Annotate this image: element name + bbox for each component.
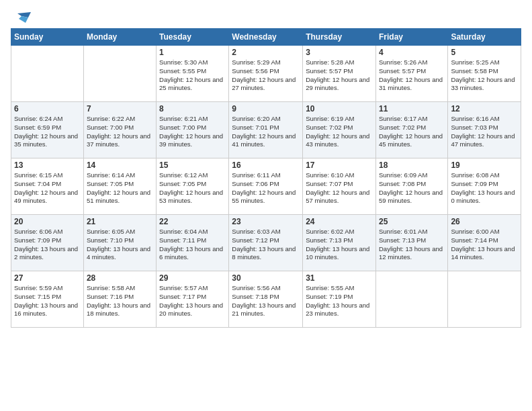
calendar-cell: 12Sunrise: 6:16 AM Sunset: 7:03 PM Dayli… — [448, 102, 521, 158]
calendar-cell: 5Sunrise: 5:25 AM Sunset: 5:58 PM Daylig… — [448, 46, 521, 102]
calendar-week-row: 6Sunrise: 6:24 AM Sunset: 6:59 PM Daylig… — [11, 102, 521, 158]
day-number: 2 — [232, 48, 300, 57]
day-number: 24 — [306, 217, 373, 226]
day-info: Sunrise: 6:05 AM Sunset: 7:10 PM Dayligh… — [87, 228, 153, 262]
day-number: 25 — [379, 217, 445, 226]
calendar-cell: 21Sunrise: 6:05 AM Sunset: 7:10 PM Dayli… — [83, 215, 156, 271]
calendar-week-row: 27Sunrise: 5:59 AM Sunset: 7:15 PM Dayli… — [11, 271, 521, 328]
day-of-week-header: Thursday — [303, 29, 376, 46]
day-info: Sunrise: 6:00 AM Sunset: 7:14 PM Dayligh… — [451, 228, 518, 262]
day-info: Sunrise: 6:08 AM Sunset: 7:09 PM Dayligh… — [451, 171, 518, 205]
day-info: Sunrise: 6:06 AM Sunset: 7:09 PM Dayligh… — [14, 228, 81, 262]
day-info: Sunrise: 6:04 AM Sunset: 7:11 PM Dayligh… — [159, 228, 226, 262]
calendar-cell — [375, 271, 447, 328]
day-of-week-header: Sunday — [11, 29, 84, 46]
day-number: 19 — [451, 161, 518, 170]
day-number: 8 — [159, 104, 226, 113]
day-info: Sunrise: 5:26 AM Sunset: 5:57 PM Dayligh… — [379, 58, 445, 93]
day-info: Sunrise: 5:56 AM Sunset: 7:18 PM Dayligh… — [232, 284, 300, 318]
calendar-cell: 7Sunrise: 6:22 AM Sunset: 7:00 PM Daylig… — [83, 102, 156, 158]
calendar-cell: 4Sunrise: 5:26 AM Sunset: 5:57 PM Daylig… — [375, 46, 447, 102]
day-number: 7 — [87, 104, 153, 113]
day-info: Sunrise: 6:15 AM Sunset: 7:04 PM Dayligh… — [14, 171, 81, 205]
day-number: 21 — [87, 217, 153, 226]
calendar-cell: 2Sunrise: 5:29 AM Sunset: 5:56 PM Daylig… — [229, 46, 303, 102]
logo-bird-icon — [12, 11, 32, 26]
day-info: Sunrise: 5:57 AM Sunset: 7:17 PM Dayligh… — [159, 284, 226, 318]
calendar-cell: 28Sunrise: 5:58 AM Sunset: 7:16 PM Dayli… — [83, 271, 156, 328]
calendar-cell: 23Sunrise: 6:03 AM Sunset: 7:12 PM Dayli… — [229, 215, 303, 271]
day-info: Sunrise: 6:16 AM Sunset: 7:03 PM Dayligh… — [451, 115, 518, 149]
day-of-week-header: Tuesday — [157, 29, 229, 46]
day-info: Sunrise: 5:58 AM Sunset: 7:16 PM Dayligh… — [87, 284, 153, 318]
day-number: 11 — [379, 104, 445, 113]
page-header — [11, 11, 521, 23]
day-number: 28 — [87, 273, 153, 283]
day-number: 27 — [14, 273, 81, 283]
day-number: 30 — [232, 273, 300, 283]
day-number: 6 — [14, 104, 81, 113]
day-number: 4 — [379, 48, 445, 57]
day-info: Sunrise: 6:17 AM Sunset: 7:02 PM Dayligh… — [379, 115, 445, 149]
calendar-cell: 16Sunrise: 6:11 AM Sunset: 7:06 PM Dayli… — [229, 158, 303, 215]
calendar-cell: 8Sunrise: 6:21 AM Sunset: 7:00 PM Daylig… — [157, 102, 229, 158]
calendar-cell — [11, 46, 84, 102]
calendar-cell: 10Sunrise: 6:19 AM Sunset: 7:02 PM Dayli… — [303, 102, 376, 158]
day-number: 10 — [306, 104, 373, 113]
day-info: Sunrise: 6:14 AM Sunset: 7:05 PM Dayligh… — [87, 171, 153, 205]
day-info: Sunrise: 5:55 AM Sunset: 7:19 PM Dayligh… — [306, 284, 373, 318]
day-info: Sunrise: 6:24 AM Sunset: 6:59 PM Dayligh… — [14, 115, 81, 149]
day-number: 20 — [14, 217, 81, 226]
calendar-header-row: SundayMondayTuesdayWednesdayThursdayFrid… — [11, 29, 521, 46]
calendar-week-row: 20Sunrise: 6:06 AM Sunset: 7:09 PM Dayli… — [11, 215, 521, 271]
calendar-cell: 24Sunrise: 6:02 AM Sunset: 7:13 PM Dayli… — [303, 215, 376, 271]
day-info: Sunrise: 6:19 AM Sunset: 7:02 PM Dayligh… — [306, 115, 373, 149]
day-info: Sunrise: 5:29 AM Sunset: 5:56 PM Dayligh… — [232, 58, 300, 93]
calendar-cell: 3Sunrise: 5:28 AM Sunset: 5:57 PM Daylig… — [303, 46, 376, 102]
day-info: Sunrise: 6:10 AM Sunset: 7:07 PM Dayligh… — [306, 171, 373, 205]
calendar-cell: 9Sunrise: 6:20 AM Sunset: 7:01 PM Daylig… — [229, 102, 303, 158]
calendar-cell: 15Sunrise: 6:12 AM Sunset: 7:05 PM Dayli… — [157, 158, 229, 215]
calendar-cell: 11Sunrise: 6:17 AM Sunset: 7:02 PM Dayli… — [375, 102, 447, 158]
calendar-cell: 31Sunrise: 5:55 AM Sunset: 7:19 PM Dayli… — [303, 271, 376, 328]
day-info: Sunrise: 6:01 AM Sunset: 7:13 PM Dayligh… — [379, 228, 445, 262]
day-number: 13 — [14, 161, 81, 170]
calendar-cell: 25Sunrise: 6:01 AM Sunset: 7:13 PM Dayli… — [375, 215, 447, 271]
day-number: 1 — [159, 48, 226, 57]
calendar-cell — [83, 46, 156, 102]
day-of-week-header: Saturday — [448, 29, 521, 46]
day-number: 5 — [451, 48, 518, 57]
day-number: 29 — [159, 273, 226, 283]
calendar-cell: 19Sunrise: 6:08 AM Sunset: 7:09 PM Dayli… — [448, 158, 521, 215]
day-info: Sunrise: 5:30 AM Sunset: 5:55 PM Dayligh… — [159, 58, 226, 93]
day-number: 12 — [451, 104, 518, 113]
day-info: Sunrise: 6:11 AM Sunset: 7:06 PM Dayligh… — [232, 171, 300, 205]
calendar-cell: 17Sunrise: 6:10 AM Sunset: 7:07 PM Dayli… — [303, 158, 376, 215]
svg-marker-0 — [17, 12, 31, 17]
day-info: Sunrise: 5:28 AM Sunset: 5:57 PM Dayligh… — [306, 58, 373, 93]
day-number: 31 — [306, 273, 373, 283]
calendar-cell: 18Sunrise: 6:09 AM Sunset: 7:08 PM Dayli… — [375, 158, 447, 215]
calendar-cell: 6Sunrise: 6:24 AM Sunset: 6:59 PM Daylig… — [11, 102, 84, 158]
day-info: Sunrise: 6:03 AM Sunset: 7:12 PM Dayligh… — [232, 228, 300, 262]
day-info: Sunrise: 6:20 AM Sunset: 7:01 PM Dayligh… — [232, 115, 300, 149]
calendar-cell: 20Sunrise: 6:06 AM Sunset: 7:09 PM Dayli… — [11, 215, 84, 271]
calendar-cell: 22Sunrise: 6:04 AM Sunset: 7:11 PM Dayli… — [157, 215, 229, 271]
day-info: Sunrise: 6:21 AM Sunset: 7:00 PM Dayligh… — [159, 115, 226, 149]
day-of-week-header: Friday — [375, 29, 447, 46]
day-number: 3 — [306, 48, 373, 57]
day-number: 16 — [232, 161, 300, 170]
calendar-cell — [448, 271, 521, 328]
calendar-cell: 26Sunrise: 6:00 AM Sunset: 7:14 PM Dayli… — [448, 215, 521, 271]
day-of-week-header: Monday — [83, 29, 156, 46]
calendar-cell: 27Sunrise: 5:59 AM Sunset: 7:15 PM Dayli… — [11, 271, 84, 328]
day-number: 18 — [379, 161, 445, 170]
day-number: 9 — [232, 104, 300, 113]
day-of-week-header: Wednesday — [229, 29, 303, 46]
calendar-table: SundayMondayTuesdayWednesdayThursdayFrid… — [11, 28, 521, 328]
day-info: Sunrise: 6:02 AM Sunset: 7:13 PM Dayligh… — [306, 228, 373, 262]
day-info: Sunrise: 6:12 AM Sunset: 7:05 PM Dayligh… — [159, 171, 226, 205]
day-number: 22 — [159, 217, 226, 226]
day-number: 14 — [87, 161, 153, 170]
calendar-cell: 13Sunrise: 6:15 AM Sunset: 7:04 PM Dayli… — [11, 158, 84, 215]
